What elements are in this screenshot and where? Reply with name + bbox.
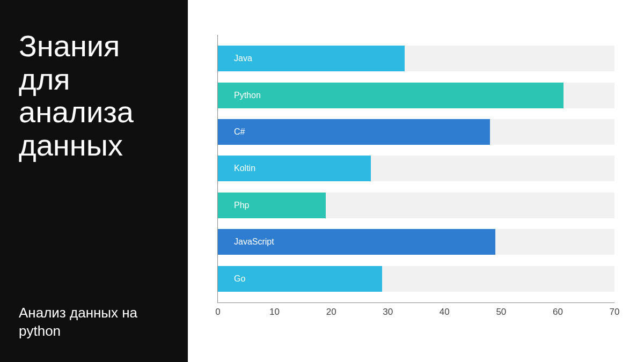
bar-label: Python (234, 91, 261, 100)
xaxis-tick: 70 (610, 307, 620, 317)
chart-bars: JavaPythonC#KoltinPhpJavaScriptGo (218, 35, 614, 302)
slide: Знания для анализа данных Анализ данных … (0, 0, 644, 362)
bar-row: Python (218, 83, 614, 108)
bar-label: C# (234, 127, 245, 137)
bar-label: Go (234, 274, 245, 284)
bar-label: JavaScript (234, 237, 274, 247)
bar-row: JavaScript (218, 229, 614, 255)
xaxis-tick: 0 (215, 307, 220, 317)
chart-area: JavaPythonC#KoltinPhpJavaScriptGo 010203… (188, 0, 644, 362)
xaxis-tick: 20 (326, 307, 336, 317)
bar-row: Java (218, 46, 614, 71)
xaxis-tick: 10 (269, 307, 280, 317)
sidebar: Знания для анализа данных Анализ данных … (0, 0, 188, 362)
chart-xaxis: 010203040506070 (218, 307, 614, 323)
bar-label: Koltin (234, 164, 255, 173)
bar-row: Go (218, 266, 614, 292)
xaxis-tick: 30 (383, 307, 393, 317)
chart-plot: JavaPythonC#KoltinPhpJavaScriptGo 010203… (217, 35, 614, 303)
xaxis-tick: 60 (553, 307, 563, 317)
bar-fill (218, 83, 564, 108)
slide-subtitle: Анализ данных на python (19, 304, 169, 341)
xaxis-tick: 40 (440, 307, 450, 317)
xaxis-tick: 50 (496, 307, 506, 317)
bar-label: Php (234, 201, 249, 210)
slide-title: Знания для анализа данных (19, 29, 169, 161)
bar-fill (218, 119, 490, 145)
bar-row: C# (218, 119, 614, 145)
bar-label: Java (234, 54, 252, 63)
bar-row: Php (218, 193, 614, 218)
bar-row: Koltin (218, 156, 614, 181)
